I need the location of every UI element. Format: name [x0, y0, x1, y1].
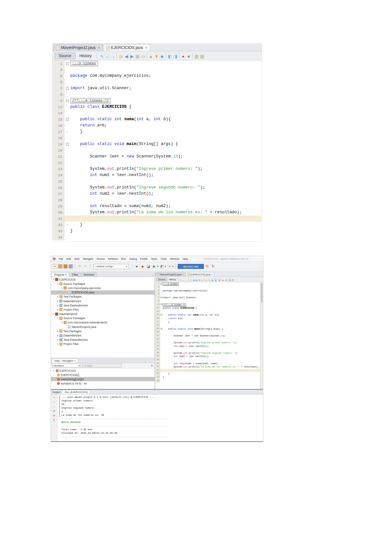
last-edit-icon[interactable]: ↖ — [179, 279, 182, 282]
save-all-icon[interactable] — [69, 264, 73, 269]
find-next-icon[interactable]: ▶ — [195, 279, 198, 282]
forward-icon[interactable]: → — [110, 54, 116, 59]
navigator-member-list[interactable]: ▾EJERCICIOSEJERCICIOS()main(String[] arg… — [51, 368, 155, 385]
scrollbar-thumb[interactable] — [261, 283, 263, 302]
collapsed-fold-box[interactable]: /**...4 lineas */ — [163, 303, 186, 307]
tree-item[interactable]: ▸Dependencies — [51, 333, 155, 337]
comment-icon[interactable]: ▧ — [194, 54, 199, 59]
fold-collapse-icon[interactable]: - — [66, 99, 69, 102]
rerun-modified-icon[interactable]: » — [52, 400, 56, 404]
menu-item-profile[interactable]: Profile — [139, 257, 149, 260]
projects-tree[interactable]: ▾EJERCICIOS▾Source Packages▾com.mycompan… — [51, 277, 155, 358]
tree-item[interactable]: ▾mavenproject2 — [51, 312, 155, 316]
tree-item[interactable]: ▸Java Dependencies — [51, 338, 155, 342]
expander-icon[interactable]: ▸ — [57, 330, 59, 333]
menu-item-help[interactable]: Help — [181, 257, 189, 260]
rectangular-selection-icon[interactable]: ▭ — [140, 54, 146, 59]
toggle-bookmark-icon[interactable]: ◆ — [211, 279, 214, 282]
tab-projects[interactable]: Projects × — [52, 272, 69, 277]
back-icon[interactable]: ← — [182, 279, 185, 282]
stop-icon[interactable]: ■ — [52, 414, 56, 417]
find-selection-icon[interactable]: ◎ — [189, 279, 192, 282]
menu-item-edit[interactable]: Edit — [65, 257, 72, 260]
run-last-icon[interactable]: → — [52, 405, 56, 408]
close-tab-icon[interactable]: × — [211, 273, 213, 276]
clean-build-icon[interactable]: ◆ — [140, 264, 145, 269]
code-editor[interactable]: 1-...3 lineas45package com.mycompany.eje… — [53, 60, 262, 241]
uncomment-icon[interactable]: ▤ — [199, 54, 205, 59]
tree-item[interactable]: ▸Test Packages — [51, 295, 155, 299]
shift-left-icon[interactable]: ◧ — [215, 279, 218, 282]
toggle-bookmark-icon[interactable]: ◆ — [159, 54, 165, 59]
build-project-icon[interactable]: ● — [134, 264, 139, 269]
back-icon[interactable]: ← — [105, 54, 110, 59]
expander-icon[interactable]: ▸ — [57, 304, 59, 307]
refresh-icon[interactable]: ⇄ — [52, 409, 56, 413]
fold-collapse-icon[interactable]: - — [66, 118, 69, 121]
navigator-item[interactable]: ▾EJERCICIOS — [51, 368, 155, 373]
gc2-icon[interactable]: ↻ — [211, 264, 216, 269]
menu-item-view[interactable]: View — [73, 257, 81, 260]
profile-project-icon[interactable]: ◑ — [167, 264, 172, 269]
fold-collapse-icon[interactable]: - — [161, 328, 162, 330]
fold-marker[interactable]: - — [160, 282, 163, 286]
fold-marker[interactable]: - — [160, 327, 163, 331]
rectangular-selection-icon[interactable]: ▭ — [201, 279, 204, 282]
fold-marker[interactable]: - — [64, 60, 70, 67]
source-button[interactable]: Source — [156, 278, 167, 281]
fold-marker[interactable]: - — [64, 85, 70, 91]
stop-macro-icon[interactable]: ■ — [224, 279, 227, 282]
package-icon[interactable]: ◪ — [146, 264, 151, 269]
open-project-icon[interactable] — [63, 264, 68, 269]
undo-icon[interactable]: ↶ — [77, 264, 82, 269]
tree-item[interactable]: ▸Project Files — [51, 307, 155, 312]
tab-services[interactable]: Services — [81, 272, 97, 277]
new-file-icon[interactable]: + — [53, 264, 57, 269]
close-tab-icon[interactable]: × — [65, 273, 67, 276]
next-bookmark-icon[interactable]: ▼ — [208, 279, 211, 282]
expander-icon[interactable]: ▸ — [57, 300, 59, 302]
menu-item-run[interactable]: Run — [120, 257, 127, 260]
start-macro-icon[interactable]: ● — [221, 279, 224, 282]
expander-icon[interactable]: ▾ — [61, 321, 63, 324]
expander-icon[interactable]: ▸ — [57, 334, 59, 337]
fold-marker[interactable]: ‒ — [64, 129, 70, 135]
gc-icon[interactable]: ↻ — [205, 264, 210, 269]
filter-funnel-icon[interactable]: ▼ — [151, 364, 153, 367]
tab-ejercicios-java[interactable]: J EJERCICIOS.java × — [186, 272, 214, 276]
tree-item[interactable]: ▸Dependencies — [51, 299, 155, 303]
collapsed-fold-box[interactable]: ...3 lineas — [70, 61, 98, 66]
tree-item[interactable]: ▾Source Packages — [51, 316, 155, 320]
previous-bookmark-icon[interactable]: ▲ — [148, 54, 154, 59]
expander-icon[interactable]: ▾ — [61, 287, 63, 289]
collapsed-fold-box[interactable]: ...3 lineas — [163, 283, 179, 286]
toggle-highlight-icon[interactable]: ▦ — [135, 54, 140, 59]
tree-item[interactable]: ▸Test Packages — [51, 329, 155, 333]
tab-ejercicios-java[interactable]: J EJERCICIOS.java × — [103, 44, 150, 51]
uncomment-icon[interactable]: ▤ — [231, 279, 234, 282]
collapsed-fold-box[interactable]: /**...4 lineas */ — [70, 98, 111, 104]
shift-right-icon[interactable]: ◨ — [218, 279, 220, 282]
fold-marker[interactable]: - — [160, 313, 163, 317]
menu-item-tools[interactable]: Tools — [159, 257, 168, 260]
fold-collapse-icon[interactable]: - — [66, 143, 69, 146]
find-previous-icon[interactable]: ◀ — [123, 54, 129, 59]
editor-scrollbar[interactable] — [260, 282, 263, 390]
source-button[interactable]: Source — [55, 53, 75, 59]
navigator-item[interactable]: main(String[] args) — [51, 377, 155, 381]
tab-navigator[interactable]: main - Navigator × — [52, 359, 78, 363]
navigator-search-input[interactable]: <empty> — [82, 364, 122, 367]
ansi-colors-icon[interactable]: ¶ — [52, 418, 56, 422]
tree-item[interactable]: ▾com.mycompany.ejercicios — [51, 286, 155, 290]
tab-mavenproject2-java[interactable]: J MavenProject2.java × — [155, 272, 186, 276]
find-next-icon[interactable]: ▶ — [129, 54, 135, 59]
find-previous-icon[interactable]: ◀ — [192, 279, 195, 282]
fold-collapse-icon[interactable]: - — [161, 283, 162, 285]
find-selection-icon[interactable]: ◎ — [118, 54, 123, 59]
menu-item-refactor[interactable]: Refactor — [107, 257, 119, 260]
tree-item[interactable]: ▾com.mycompany.mavenproject2 — [51, 320, 155, 325]
menu-item-debug[interactable]: Debug — [128, 257, 139, 260]
rerun-icon[interactable]: » — [52, 396, 56, 399]
expander-icon[interactable]: ▾ — [57, 317, 59, 319]
menu-item-navigate[interactable]: Navigate — [82, 257, 95, 260]
